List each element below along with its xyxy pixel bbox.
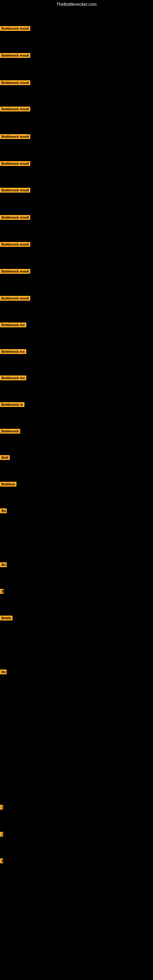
bottleneck-result-badge-25[interactable]: | bbox=[0, 832, 3, 837]
bottleneck-result-badge-13[interactable]: Bottleneck res bbox=[0, 349, 26, 354]
bottleneck-result-badge-26[interactable]: E bbox=[0, 858, 3, 863]
site-title: TheBottlenecker.com bbox=[0, 0, 153, 9]
bottleneck-result-badge-5[interactable]: Bottleneck result bbox=[0, 134, 30, 139]
bottleneck-result-badge-16[interactable]: Bottleneck bbox=[0, 429, 20, 434]
bottleneck-result-badge-12[interactable]: Bottleneck res bbox=[0, 323, 26, 328]
bottleneck-result-badge-11[interactable]: Bottleneck result bbox=[0, 296, 30, 301]
bottleneck-result-badge-22[interactable]: Bottle bbox=[0, 616, 13, 620]
bottleneck-result-badge-15[interactable]: Bottleneck re bbox=[0, 402, 24, 407]
bottleneck-result-badge-23[interactable]: Bo bbox=[0, 670, 7, 675]
bottleneck-result-badge-19[interactable]: Bo bbox=[0, 508, 7, 513]
bottleneck-result-badge-3[interactable]: Bottleneck result bbox=[0, 80, 30, 85]
bottleneck-result-badge-24[interactable]: | bbox=[0, 805, 3, 810]
bottleneck-result-badge-18[interactable]: Bottlene bbox=[0, 482, 16, 487]
bottleneck-result-badge-10[interactable]: Bottleneck result bbox=[0, 269, 30, 274]
bottleneck-result-badge-8[interactable]: Bottleneck result bbox=[0, 215, 30, 220]
bottleneck-result-badge-20[interactable]: Bo bbox=[0, 562, 7, 567]
bottleneck-result-badge-1[interactable]: Bottleneck result bbox=[0, 26, 30, 31]
bottleneck-result-badge-14[interactable]: Bottleneck res bbox=[0, 375, 26, 380]
bottleneck-result-badge-17[interactable]: Bott bbox=[0, 455, 10, 460]
bottleneck-result-badge-2[interactable]: Bottleneck result bbox=[0, 53, 30, 58]
bottleneck-result-badge-21[interactable]: B bbox=[0, 589, 4, 594]
bottleneck-result-badge-4[interactable]: Bottleneck result bbox=[0, 107, 30, 111]
bottleneck-result-badge-6[interactable]: Bottleneck result bbox=[0, 161, 30, 166]
bottleneck-result-badge-9[interactable]: Bottleneck result bbox=[0, 242, 30, 247]
bottleneck-result-badge-7[interactable]: Bottleneck result bbox=[0, 188, 30, 192]
